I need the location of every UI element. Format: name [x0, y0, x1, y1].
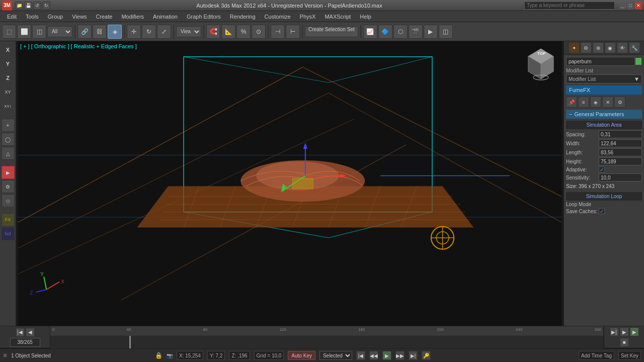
menu-group[interactable]: Group — [44, 13, 67, 21]
undo-icon[interactable]: ↺ — [33, 2, 41, 10]
menu-create[interactable]: Create — [92, 13, 116, 21]
toolbar-icon-1[interactable]: 📁 — [15, 2, 23, 10]
menu-tools[interactable]: Tools — [22, 13, 43, 21]
motion-tab[interactable]: ◉ — [605, 42, 616, 53]
fxd-button[interactable]: fxd — [2, 227, 15, 240]
length-input[interactable] — [601, 150, 640, 155]
goto-start-btn[interactable]: |◀ — [16, 328, 25, 337]
select-tool-btn[interactable]: ⬚ — [2, 25, 16, 39]
stop-btn[interactable]: ■ — [620, 338, 629, 347]
goto-end-btn[interactable]: ▶| — [610, 327, 619, 336]
width-input[interactable] — [601, 141, 640, 146]
percent-snap-btn[interactable]: % — [236, 25, 251, 39]
prev-nav-btn[interactable]: ◀◀ — [369, 351, 378, 360]
align-btn[interactable]: ⊢ — [286, 25, 300, 39]
spinner-snap-btn[interactable]: ⊙ — [252, 25, 266, 39]
bind-spacewarp-btn[interactable]: ◈ — [108, 25, 122, 39]
select-move-btn[interactable]: ✛ — [127, 25, 141, 39]
select-filter-btn[interactable]: ◫ — [32, 25, 46, 39]
select-scale-btn[interactable]: ⤢ — [157, 25, 171, 39]
track-view-btn[interactable]: ◇ — [2, 194, 15, 207]
menu-customize[interactable]: Customize — [261, 13, 295, 21]
schematic-view-btn[interactable]: 🔷 — [378, 25, 392, 39]
prev-frame-btn[interactable]: ◀ — [26, 328, 35, 337]
snap-toggle-btn[interactable]: 🧲 — [206, 25, 220, 39]
mod-configure-btn[interactable]: ⚙ — [614, 97, 625, 108]
spacing-value[interactable] — [599, 130, 642, 138]
height-value[interactable] — [599, 157, 642, 165]
simulation-loop-btn[interactable]: Simulation Loop — [566, 192, 642, 201]
next-frame-btn[interactable]: ▶ — [620, 327, 629, 336]
menu-animation[interactable]: Animation — [149, 13, 182, 21]
create-tab[interactable]: ✦ — [569, 42, 580, 53]
modifier-dropdown-arrow[interactable]: ▼ — [634, 76, 639, 82]
set-key-btn[interactable]: Set Key — [618, 351, 641, 360]
viewport[interactable]: [ + ] [ Orthographic ] [ Realistic + Edg… — [16, 41, 564, 326]
unlink-btn[interactable]: ⛓ — [93, 25, 107, 39]
shapes-btn[interactable]: △ — [2, 147, 15, 160]
animation-settings-btn[interactable]: ⚙ — [2, 180, 15, 193]
play-btn[interactable]: ▶ — [630, 327, 639, 336]
geometry-btn[interactable]: ◯ — [2, 133, 15, 146]
length-value[interactable] — [599, 148, 642, 156]
gen-params-header[interactable]: − General Parameters — [566, 110, 642, 119]
modifier-list-header[interactable]: Modifier List ▼ — [566, 74, 642, 83]
menu-edit[interactable]: Edit — [3, 13, 21, 21]
spacing-input[interactable] — [601, 132, 640, 137]
adaptive-checkbox[interactable]: ✓ — [599, 166, 605, 172]
add-time-tag-btn[interactable]: Add Time Tag — [579, 351, 614, 360]
fumefx-modifier[interactable]: FumeFX — [566, 85, 642, 95]
width-value[interactable] — [599, 139, 642, 147]
menu-graph-editors[interactable]: Graph Editors — [183, 13, 225, 21]
mirror-btn[interactable]: ⊣ — [271, 25, 285, 39]
menu-modifiers[interactable]: Modifiers — [117, 13, 148, 21]
curve-editor-btn[interactable]: 📈 — [363, 25, 377, 39]
navicube[interactable]: TOP — [523, 46, 558, 81]
next-nav-btn[interactable]: ▶▶ — [395, 351, 405, 360]
goto-start-nav-btn[interactable]: |◀ — [356, 351, 365, 360]
material-editor-btn[interactable]: ⬡ — [393, 25, 408, 39]
menu-maxscript[interactable]: MAXScript — [320, 13, 355, 21]
play-animation-btn[interactable]: ▶ — [2, 166, 15, 179]
hierarchy-tab[interactable]: ⊕ — [593, 42, 604, 53]
search-input[interactable] — [524, 2, 615, 10]
menu-physx[interactable]: PhysX — [296, 13, 320, 21]
fx-button[interactable]: FX — [2, 213, 15, 226]
height-input[interactable] — [601, 159, 640, 164]
object-name-input[interactable] — [566, 57, 635, 66]
goto-end-nav-btn[interactable]: ▶| — [409, 351, 418, 360]
redo-icon[interactable]: ↻ — [42, 2, 50, 10]
mod-remove-btn[interactable]: ✕ — [602, 97, 613, 108]
menu-rendering[interactable]: Rendering — [226, 13, 260, 21]
link-btn[interactable]: 🔗 — [77, 25, 92, 39]
create-panel-btn[interactable]: + — [2, 119, 15, 132]
angle-snap-btn[interactable]: 📐 — [221, 25, 235, 39]
mod-pin-btn[interactable]: 📌 — [566, 97, 577, 108]
display-tab[interactable]: 👁 — [617, 42, 628, 53]
key-mode-dropdown[interactable]: Selected — [319, 351, 352, 360]
maximize-button[interactable]: □ — [627, 2, 634, 9]
region-select-btn[interactable]: ⬜ — [17, 25, 31, 39]
sensitivity-input[interactable] — [601, 175, 640, 180]
layer-dropdown[interactable]: All — [47, 26, 72, 37]
sensitivity-value[interactable] — [599, 173, 642, 182]
create-selection-btn[interactable]: Create Selection Set — [305, 26, 358, 37]
view-dropdown[interactable]: View — [176, 26, 201, 37]
render-setup-btn[interactable]: 🎬 — [409, 25, 423, 39]
menu-views[interactable]: Views — [68, 13, 91, 21]
toolbar-icon-2[interactable]: 💾 — [24, 2, 32, 10]
minimize-button[interactable]: _ — [619, 2, 626, 9]
play-nav-btn[interactable]: ▶ — [382, 351, 391, 360]
render-last-btn[interactable]: ◫ — [439, 25, 453, 39]
mod-stack-btn[interactable]: ≡ — [578, 97, 589, 108]
modify-tab[interactable]: ⚙ — [581, 42, 592, 53]
menu-help[interactable]: Help — [356, 13, 375, 21]
timeline-scrubber[interactable]: 0 40 80 120 160 200 240 260 — [50, 326, 604, 348]
mod-make-unique-btn[interactable]: ◈ — [590, 97, 601, 108]
utilities-tab[interactable]: 🔧 — [629, 42, 640, 53]
key-nav-btn[interactable]: 🔑 — [422, 351, 431, 360]
render-btn[interactable]: ▶ — [424, 25, 438, 39]
object-color-swatch[interactable] — [635, 57, 642, 65]
select-rotate-btn[interactable]: ↻ — [142, 25, 156, 39]
auto-key-button[interactable]: Auto Key — [288, 351, 315, 360]
